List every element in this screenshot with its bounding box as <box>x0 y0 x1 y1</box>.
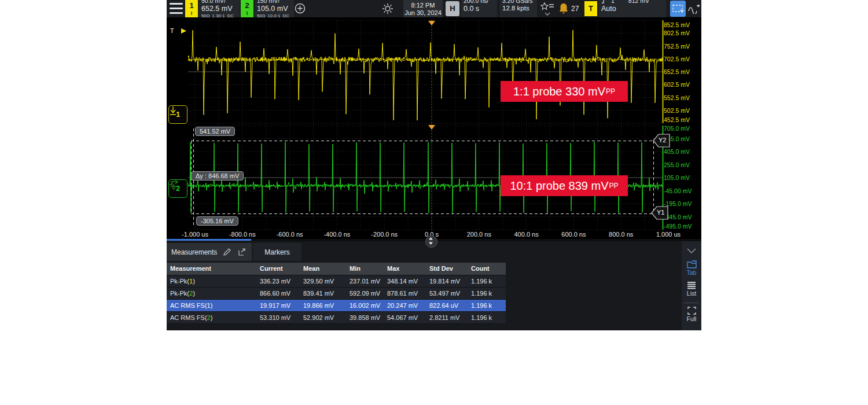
dashed-rect-icon <box>670 1 686 17</box>
measurement-channel-number: 2 <box>189 290 193 297</box>
cursor-y1-tag[interactable]: Y1 <box>651 205 668 220</box>
cursor-delta-y-value[interactable]: Δy : 846.68 mV <box>191 171 244 181</box>
channel-2-alert: ! <box>241 10 253 16</box>
sample-rate: 3.20 GSa/s <box>502 0 537 4</box>
table-header-cell: Max <box>384 263 426 275</box>
table-header-cell: Measurement <box>167 263 256 275</box>
measurement-value-cell: 336.23 mV <box>256 275 300 287</box>
cursor-y1-value[interactable]: -305.16 mV <box>196 216 238 226</box>
channel-1-badge[interactable]: 1 ! <box>185 0 198 17</box>
grid-lines <box>188 20 663 230</box>
waveform-display[interactable]: T 1 2 541.52 mV Δy : 846.68 mV -305.16 m… <box>167 17 701 239</box>
measurement-value-cell: 878.61 mV <box>384 288 426 299</box>
view-full-button[interactable]: Full <box>682 307 701 322</box>
measurement-value-cell: 19.866 mV <box>300 300 346 311</box>
zoom-select-button[interactable] <box>670 1 686 17</box>
channel-1-info[interactable]: 50.0 mV/ 652.5 mV 50Ω1.30:1DC <box>199 0 240 17</box>
panel-resize-handle[interactable] <box>425 235 437 248</box>
measurement-name-cell: Pk-Pk(2) <box>167 288 256 299</box>
measurement-value-cell: 19.917 mV <box>256 300 300 311</box>
trigger-level-arrow[interactable] <box>181 28 186 34</box>
collapse-chevron-icon[interactable] <box>687 248 696 253</box>
bell-icon <box>558 2 569 15</box>
time-tick-label: -800.0 ns <box>229 231 256 238</box>
popout-icon[interactable] <box>237 248 246 256</box>
measurement-value-cell: 1.196 k <box>468 275 506 287</box>
table-header-cell: Count <box>468 263 506 275</box>
time-tick-label: 1.000 us <box>656 231 681 238</box>
edge-trigger-icon <box>601 0 608 4</box>
axis-tick-label: 602.5 mV <box>664 81 690 88</box>
trigger-level-marker[interactable]: T <box>170 27 174 34</box>
tab-measurements[interactable]: Measurements <box>167 243 252 261</box>
measurement-value-cell: 2.8211 mV <box>426 312 468 323</box>
table-header-cell: Std Dev <box>426 263 468 275</box>
axis-tick-label: 852.5 mV <box>664 21 690 28</box>
trigger-info[interactable]: 1 812 mV Auto <box>599 0 666 17</box>
probe-annotation-ch2: 10:1 probe 839 mVPP <box>501 175 628 196</box>
channel-1-alert: ! <box>185 10 198 16</box>
measurement-name-cell: AC RMS FS(1) <box>167 300 256 311</box>
channel-2-badge[interactable]: 2 ! <box>241 0 253 17</box>
acquisition-info[interactable]: 3.20 GSa/s 12.8 kpts <box>500 0 537 17</box>
tab-markers[interactable]: Markers <box>253 243 301 261</box>
table-row[interactable]: AC RMS FS(2)53.310 mV52.902 mV39.858 mV5… <box>167 312 506 324</box>
view-tab-button[interactable]: Tab <box>682 260 701 276</box>
channel-2-config: 50Ω10.0:1DC <box>257 13 294 17</box>
measurements-table: MeasurementCurrentMeanMinMaxStd DevCount… <box>167 263 506 324</box>
measurement-value-cell: 53.497 mV <box>426 288 468 299</box>
table-header-row: MeasurementCurrentMeanMinMaxStd DevCount <box>167 263 506 275</box>
measurement-name-cell: AC RMS FS(2) <box>167 312 256 323</box>
measurement-value-cell: 822.64 uV <box>426 300 468 311</box>
top-bar: 1 ! 50.0 mV/ 652.5 mV 50Ω1.30:1DC 2 ! 15… <box>167 0 701 17</box>
measurement-value-cell: 1.196 k <box>468 312 506 323</box>
axis-tick-label: 705.0 mV <box>664 125 690 132</box>
channel-1-ground-marker[interactable]: 1 <box>168 105 187 124</box>
channel-2-scale: 150 mV/ <box>257 0 294 4</box>
time-tick-label: -600.0 ns <box>277 231 303 238</box>
horizontal-badge[interactable]: H <box>446 1 459 16</box>
table-row[interactable]: Pk-Pk(1)336.23 mV329.50 mV237.01 mV348.1… <box>167 275 506 288</box>
horizontal-info[interactable]: 200.0 ns/ 0.0 s <box>461 0 497 17</box>
edit-pencil-icon[interactable] <box>223 248 231 256</box>
table-header-cell: Mean <box>300 263 346 275</box>
axis-tick-label: 452.5 mV <box>664 116 690 123</box>
trigger-level: 812 mV <box>628 0 649 4</box>
probe-annotation-ch1: 1:1 probe 330 mVPP <box>501 81 628 102</box>
ground-symbol-icon <box>169 180 178 190</box>
trigger-badge[interactable]: T <box>584 1 597 16</box>
table-row[interactable]: Pk-Pk(2)866.60 mV839.41 mV592.09 mV878.6… <box>167 288 506 300</box>
axis-tick-label: 702.5 mV <box>664 56 690 62</box>
tab-view-icon <box>687 260 697 268</box>
sidebar-divider <box>684 303 699 303</box>
axis-tick-label: 802.5 mV <box>664 30 690 36</box>
axis-tick-label: 552.5 mV <box>664 94 690 101</box>
channel-2-ground-marker[interactable]: 2 <box>168 179 187 198</box>
menu-icon[interactable] <box>170 2 183 15</box>
notifications[interactable]: 27 <box>558 2 582 16</box>
offset-arrow-icon <box>169 106 177 116</box>
channel-2-info[interactable]: 150 mV/ 105.0 mV 50Ω10.0:1DC <box>255 0 294 17</box>
axis-tick-label: 405.0 mV <box>664 148 690 155</box>
results-panel: Measurements Markers MeasurementCurrentM… <box>167 241 701 330</box>
measurement-value-cell: 329.50 mV <box>300 275 346 287</box>
table-row[interactable]: AC RMS FS(1)19.917 mV19.866 mV16.002 mV2… <box>167 300 506 312</box>
axis-tick-label: -495.0 mV <box>664 223 692 230</box>
axis-tick-label: 255.0 mV <box>664 161 690 168</box>
measurement-value-cell: 866.60 mV <box>256 288 300 299</box>
scroll-indicator[interactable] <box>167 239 251 241</box>
measurement-channel-number: 1 <box>207 302 211 309</box>
cursor-y2-tag[interactable]: Y2 <box>653 133 670 148</box>
clock-date: Jun 30, 2024 <box>403 9 443 16</box>
time-tick-label: -400.0 ns <box>323 231 350 238</box>
measurement-channel-number: 1 <box>189 278 193 285</box>
cursor-y2-value[interactable]: 541.52 mV <box>195 127 235 136</box>
oscilloscope-ui: 1 ! 50.0 mV/ 652.5 mV 50Ω1.30:1DC 2 ! 15… <box>167 0 701 330</box>
measurement-value-cell: 39.858 mV <box>346 312 384 323</box>
time-tick-label: 400.0 ns <box>514 231 538 238</box>
time-tick-label: -200.0 ns <box>371 231 398 238</box>
measurement-value-cell: 1.196 k <box>468 288 506 299</box>
time-tick-label: 600.0 ns <box>561 231 586 238</box>
axis-tick-label: 502.5 mV <box>664 107 690 114</box>
view-list-button[interactable]: List <box>682 281 701 297</box>
